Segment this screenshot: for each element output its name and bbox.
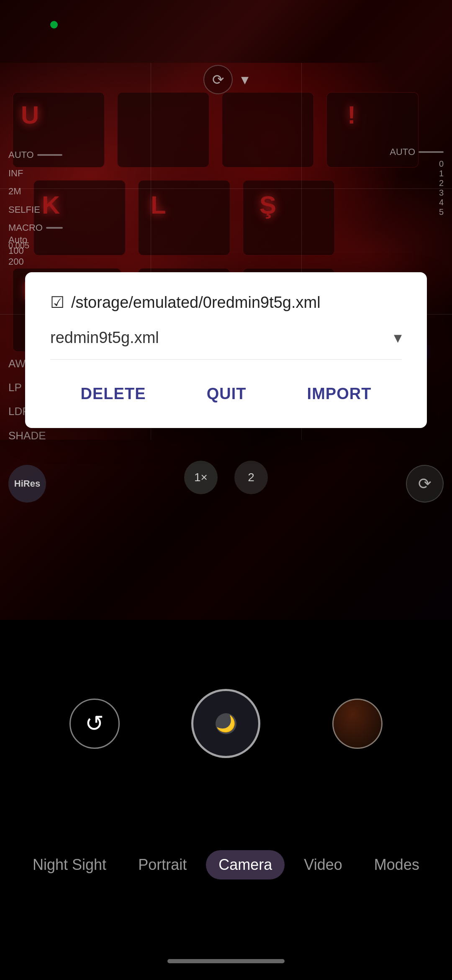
dialog-dropdown-icon[interactable]: ▾ xyxy=(394,328,402,347)
switch-camera-icon: ↺ xyxy=(85,710,104,737)
tab-modes[interactable]: Modes xyxy=(362,850,432,879)
dialog-actions: DELETE QUIT IMPORT xyxy=(50,372,402,411)
tab-portrait-label: Portrait xyxy=(138,856,187,873)
dialog-dropdown-label: redmin9t5g.xml xyxy=(50,329,159,347)
bottom-controls-area xyxy=(0,620,452,980)
tab-camera[interactable]: Camera xyxy=(206,850,285,879)
shutter-moon-icon: 🌙 xyxy=(216,714,236,733)
shutter-inner: 🌙 xyxy=(216,713,236,734)
tab-video[interactable]: Video xyxy=(291,850,354,879)
tab-portrait[interactable]: Portrait xyxy=(126,850,199,879)
switch-camera-button[interactable]: ↺ xyxy=(69,699,120,749)
delete-button[interactable]: DELETE xyxy=(64,377,163,411)
tab-video-label: Video xyxy=(304,856,342,873)
tab-camera-label: Camera xyxy=(218,856,272,873)
tab-night-sight[interactable]: Night Sight xyxy=(20,850,119,879)
tab-night-sight-label: Night Sight xyxy=(33,856,106,873)
gallery-thumbnail-button[interactable] xyxy=(332,699,383,749)
dialog-dropdown-row: redmin9t5g.xml ▾ xyxy=(50,328,402,360)
mode-tabs: Night Sight Portrait Camera Video Modes xyxy=(0,850,452,879)
home-indicator xyxy=(167,959,285,963)
shutter-button[interactable]: 🌙 xyxy=(191,689,260,758)
shutter-area: ↺ 🌙 xyxy=(0,689,452,758)
dialog-checkbox-icon: ☑ xyxy=(50,293,64,312)
quit-button[interactable]: QUIT xyxy=(190,377,263,411)
dialog-title: ☑ /storage/emulated/0redmin9t5g.xml xyxy=(50,293,402,312)
import-button[interactable]: IMPORT xyxy=(290,377,388,411)
dialog-path-text: /storage/emulated/0redmin9t5g.xml xyxy=(71,294,321,312)
thumbnail-preview xyxy=(334,700,381,748)
import-dialog: ☑ /storage/emulated/0redmin9t5g.xml redm… xyxy=(25,272,427,428)
tab-modes-label: Modes xyxy=(374,856,419,873)
